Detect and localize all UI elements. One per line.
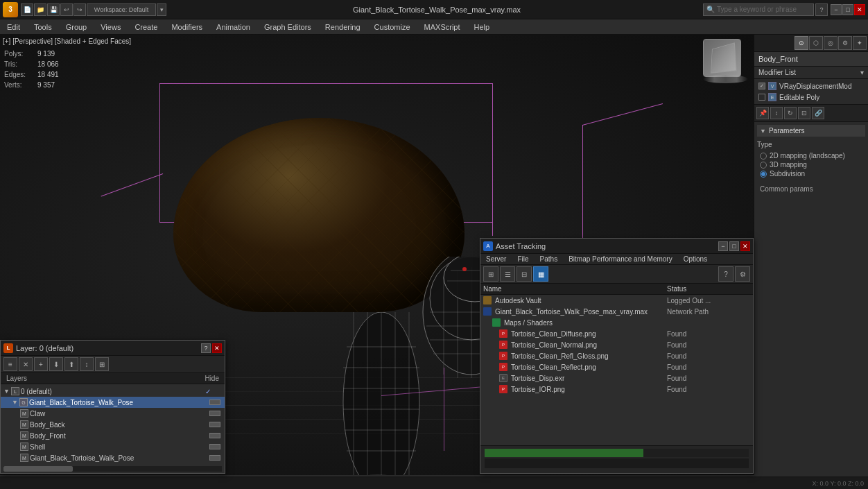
open-file-btn[interactable]: 📁 (34, 3, 46, 16)
asset-toolbar-settings-btn[interactable]: ⚙ (735, 266, 750, 282)
list-item[interactable]: P Tortoise_Clean_Reflect.png Found (480, 361, 753, 372)
list-item[interactable]: Autodesk Vault Logged Out ... (480, 295, 753, 306)
rotate-btn[interactable]: ↻ (784, 107, 797, 119)
bodyfront-hide (209, 433, 220, 438)
claw-hide (209, 411, 220, 416)
menu-customize[interactable]: Customize (367, 22, 417, 33)
workspace-arrow[interactable]: ▾ (157, 3, 166, 16)
modifier-icon-vray: V (768, 82, 776, 90)
asset-toolbar-table-btn[interactable]: ▦ (533, 266, 548, 282)
menu-file[interactable]: File (512, 254, 534, 264)
layer-help-btn[interactable]: ? (201, 343, 211, 353)
asset-title-icon: A (483, 241, 493, 251)
layer-toolbar-add-icon[interactable]: + (34, 357, 48, 371)
asset-toolbar-list-btn[interactable]: ☰ (500, 266, 515, 282)
layer-toolbar-delete-icon[interactable]: ✕ (19, 357, 33, 371)
params-header[interactable]: ▼ Parameters (757, 125, 865, 137)
panel-tab-3[interactable]: ◎ (824, 36, 837, 50)
save-btn[interactable]: 💾 (47, 3, 60, 16)
menu-maxscript[interactable]: MAXScript (417, 22, 467, 33)
list-item[interactable]: P Tortoise_IOR.png Found (480, 384, 753, 395)
menu-views[interactable]: Views (94, 22, 128, 33)
list-item[interactable]: M Shell (1, 441, 225, 452)
layer-toolbar-sort-icon[interactable]: ↕ (80, 357, 94, 371)
svg-point-14 (462, 267, 467, 271)
list-item[interactable]: E Tortoise_Disp.exr Found (480, 372, 753, 384)
list-item[interactable]: M Claw (1, 408, 225, 419)
list-item[interactable]: M Giant_Black_Tortoise_Walk_Pose (1, 452, 225, 463)
title-text: Giant_Black_Tortoise_Walk_Pose_max_vray.… (171, 6, 703, 14)
panel-tab-5[interactable]: ✦ (853, 36, 867, 50)
panel-tab-2[interactable]: ⬡ (809, 36, 823, 50)
search-box[interactable]: 🔍 Type a keyword or phrase (703, 3, 814, 16)
nav-cube[interactable] (703, 39, 748, 84)
new-file-btn[interactable]: 📄 (21, 3, 33, 16)
asset-list: Autodesk Vault Logged Out ... Giant_Blac… (480, 295, 753, 395)
menu-tools[interactable]: Tools (27, 22, 59, 33)
list-item[interactable]: Giant_Black_Tortoise_Walk_Pose_max_vray.… (480, 306, 753, 317)
list-item[interactable]: Maps / Shaders (480, 317, 753, 328)
menu-modifiers[interactable]: Modifiers (164, 22, 209, 33)
asset-close-btn[interactable]: ✕ (740, 241, 750, 251)
link-btn[interactable]: 🔗 (812, 107, 824, 119)
move-btn[interactable]: ↕ (770, 107, 783, 119)
redo-btn[interactable]: ↪ (73, 3, 86, 16)
layer-list: ▼ L 0 (default) ✓ ▼ G Giant_Black_Tortoi… (1, 384, 225, 465)
radio-subdivision[interactable]: Subdivision (760, 169, 862, 178)
asset-toolbar-collapse-btn[interactable]: ⊟ (517, 266, 532, 282)
col-name-header: Name (483, 285, 667, 293)
menu-create[interactable]: Create (128, 22, 164, 33)
list-item[interactable]: ▼ G Giant_Black_Tortoise_Walk_Pose (1, 397, 225, 408)
bodyfront-icon: M (20, 431, 28, 440)
close-btn[interactable]: ✕ (854, 4, 865, 15)
menu-server[interactable]: Server (480, 254, 512, 264)
asset-minimize-btn[interactable]: − (718, 241, 728, 251)
list-item[interactable]: ▼ L 0 (default) ✓ (1, 386, 225, 397)
minimize-btn[interactable]: − (831, 4, 842, 15)
asset-toolbar-help-btn[interactable]: ? (718, 266, 734, 282)
list-item[interactable]: P Tortoise_Clean_Refl_Gloss.png Found (480, 350, 753, 361)
radio-2d[interactable]: 2D mapping (landscape) (760, 151, 862, 160)
layers-col-label: Layers (6, 375, 27, 382)
list-item[interactable]: M Body_Back (1, 419, 225, 430)
menu-paths[interactable]: Paths (535, 254, 564, 264)
file-name: Giant_Black_Tortoise_Walk_Pose_max_vray.… (495, 308, 665, 316)
layer-toolbar-layers-icon[interactable]: ≡ (3, 357, 17, 371)
menu-animation[interactable]: Animation (209, 22, 257, 33)
panel-tab-4[interactable]: ⚙ (838, 36, 852, 50)
menu-rendering[interactable]: Rendering (318, 22, 367, 33)
undo-btn[interactable]: ↩ (60, 3, 73, 16)
shell-hide (209, 444, 220, 449)
workspace-dropdown[interactable]: Workspace: Default (87, 3, 156, 16)
scale-btn[interactable]: ⊡ (798, 107, 810, 119)
layer-toolbar-filter-icon[interactable]: ⊞ (95, 357, 109, 371)
layer-close-btn[interactable]: ✕ (212, 343, 222, 353)
menu-options[interactable]: Options (678, 254, 713, 264)
menu-graph-editors[interactable]: Graph Editors (257, 22, 318, 33)
layer-toolbar-move-down-icon[interactable]: ⬇ (49, 357, 63, 371)
refl-gloss-name: Tortoise_Clean_Refl_Gloss.png (511, 352, 665, 360)
layer-scrollbar[interactable] (3, 466, 222, 472)
asset-maximize-btn[interactable]: □ (729, 241, 739, 251)
diffuse-status: Found (667, 330, 750, 338)
list-item[interactable]: P Tortoise_Clean_Diffuse.png Found (480, 328, 753, 339)
help-icon[interactable]: ? (815, 3, 828, 16)
modifier-list-arrow[interactable]: ▾ (860, 69, 864, 76)
list-item[interactable]: P Tortoise_Clean_Normal.png Found (480, 339, 753, 350)
radio-3d[interactable]: 3D mapping (760, 160, 862, 169)
maximize-btn[interactable]: □ (842, 4, 853, 15)
menu-edit[interactable]: Edit (0, 22, 27, 33)
panel-tab-1[interactable]: ⊙ (795, 36, 808, 50)
modifier-epoly[interactable]: E Editable Poly (756, 92, 867, 103)
asset-toolbar-grid-btn[interactable]: ⊞ (483, 266, 498, 282)
layer-toolbar-move-up-icon[interactable]: ⬆ (64, 357, 78, 371)
modifier-vray[interactable]: ✓ V VRayDisplacementMod (756, 80, 867, 92)
maps-icon (492, 318, 501, 327)
list-item[interactable]: M Body_Front (1, 430, 225, 441)
menu-bitmap-perf[interactable]: Bitmap Performance and Memory (563, 254, 678, 264)
exr-icon: E (499, 374, 507, 382)
menu-help[interactable]: Help (467, 22, 497, 33)
pin-btn[interactable]: 📌 (756, 107, 769, 119)
menu-group[interactable]: Group (59, 22, 94, 33)
menubar: Edit Tools Group Views Create Modifiers … (0, 19, 868, 35)
